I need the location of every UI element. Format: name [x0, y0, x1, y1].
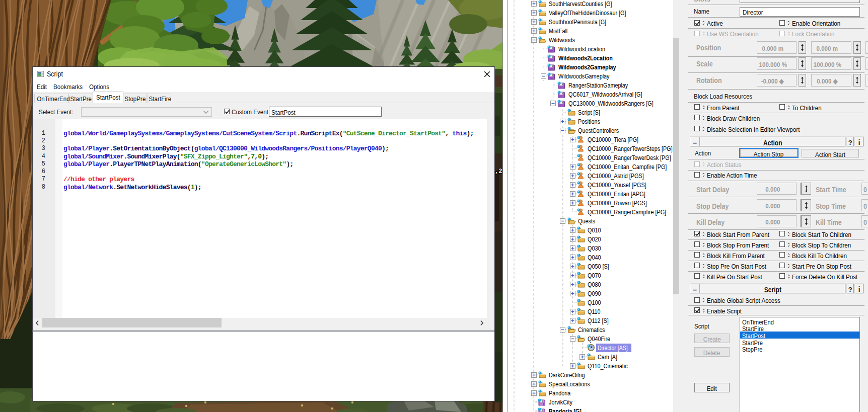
svg-text:,2: ,2	[495, 168, 502, 175]
